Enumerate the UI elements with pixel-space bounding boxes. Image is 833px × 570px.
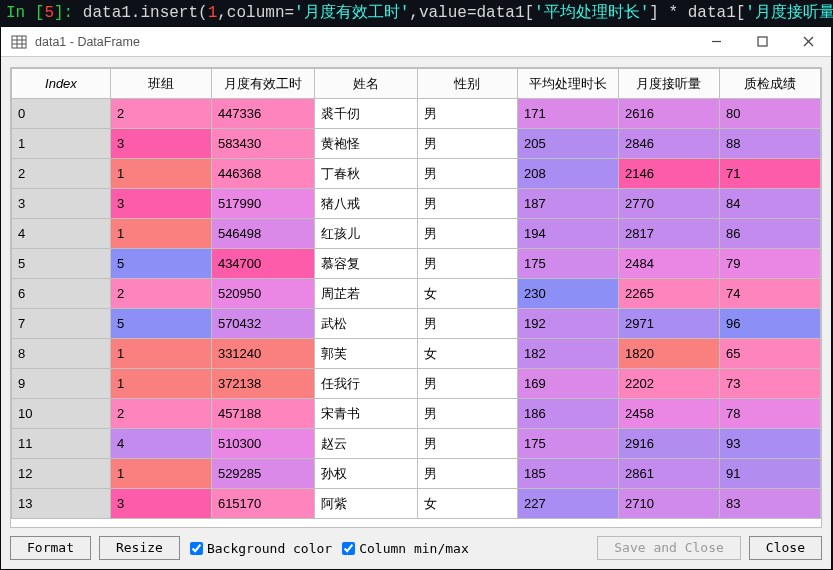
cell[interactable]: 阿紫	[314, 489, 417, 519]
resize-button[interactable]: Resize	[99, 536, 180, 560]
cell[interactable]: 2146	[618, 159, 719, 189]
row-index[interactable]: 3	[12, 189, 111, 219]
cell[interactable]: 男	[418, 309, 518, 339]
cell[interactable]: 红孩儿	[314, 219, 417, 249]
cell[interactable]: 猪八戒	[314, 189, 417, 219]
minimize-button[interactable]	[693, 27, 739, 57]
row-index[interactable]: 12	[12, 459, 111, 489]
cell[interactable]: 175	[517, 249, 618, 279]
cell[interactable]: 517990	[211, 189, 314, 219]
cell[interactable]: 615170	[211, 489, 314, 519]
cell[interactable]: 2971	[618, 309, 719, 339]
table-row[interactable]: 62520950周芷若女230226574	[12, 279, 821, 309]
table-row[interactable]: 81331240郭芙女182182065	[12, 339, 821, 369]
cell[interactable]: 2770	[618, 189, 719, 219]
cell[interactable]: 男	[418, 459, 518, 489]
cell[interactable]: 男	[418, 159, 518, 189]
cell[interactable]: 女	[418, 279, 518, 309]
save-and-close-button[interactable]: Save and Close	[597, 536, 741, 560]
table-row[interactable]: 55434700慕容复男175248479	[12, 249, 821, 279]
col-header[interactable]: 月度有效工时	[211, 69, 314, 99]
cell[interactable]: 2202	[618, 369, 719, 399]
cell[interactable]: 2	[110, 99, 211, 129]
col-header[interactable]: 班组	[110, 69, 211, 99]
cell[interactable]: 510300	[211, 429, 314, 459]
row-index[interactable]: 13	[12, 489, 111, 519]
cell[interactable]: 宋青书	[314, 399, 417, 429]
table-row[interactable]: 33517990猪八戒男187277084	[12, 189, 821, 219]
cell[interactable]: 男	[418, 399, 518, 429]
table-row[interactable]: 13583430黄袍怪男205284688	[12, 129, 821, 159]
cell[interactable]: 孙权	[314, 459, 417, 489]
cell[interactable]: 1	[110, 459, 211, 489]
cell[interactable]: 71	[719, 159, 820, 189]
table-row[interactable]: 41546498红孩儿男194281786	[12, 219, 821, 249]
cell[interactable]: 2817	[618, 219, 719, 249]
cell[interactable]: 5	[110, 309, 211, 339]
col-header[interactable]: 月度接听量	[618, 69, 719, 99]
cell[interactable]: 205	[517, 129, 618, 159]
cell[interactable]: 78	[719, 399, 820, 429]
column-minmax-checkbox[interactable]: Column min/max	[342, 541, 469, 556]
cell[interactable]: 2616	[618, 99, 719, 129]
table-row[interactable]: 114510300赵云男175291693	[12, 429, 821, 459]
cell[interactable]: 丁春秋	[314, 159, 417, 189]
table-row[interactable]: 121529285孙权男185286191	[12, 459, 821, 489]
cell[interactable]: 裘千仞	[314, 99, 417, 129]
cell[interactable]: 男	[418, 369, 518, 399]
cell[interactable]: 65	[719, 339, 820, 369]
cell[interactable]: 1	[110, 369, 211, 399]
cell[interactable]: 186	[517, 399, 618, 429]
table-row[interactable]: 91372138任我行男169220273	[12, 369, 821, 399]
col-header[interactable]: 姓名	[314, 69, 417, 99]
cell[interactable]: 529285	[211, 459, 314, 489]
cell[interactable]: 2916	[618, 429, 719, 459]
col-header-index[interactable]: Index	[12, 69, 111, 99]
table-row[interactable]: 75570432武松男192297196	[12, 309, 821, 339]
row-index[interactable]: 9	[12, 369, 111, 399]
cell[interactable]: 3	[110, 189, 211, 219]
cell[interactable]: 5	[110, 249, 211, 279]
cell[interactable]: 男	[418, 429, 518, 459]
column-minmax-input[interactable]	[342, 542, 355, 555]
cell[interactable]: 1	[110, 339, 211, 369]
cell[interactable]: 372138	[211, 369, 314, 399]
cell[interactable]: 546498	[211, 219, 314, 249]
cell[interactable]: 赵云	[314, 429, 417, 459]
cell[interactable]: 2458	[618, 399, 719, 429]
row-index[interactable]: 11	[12, 429, 111, 459]
table-row[interactable]: 02447336裘千仞男171261680	[12, 99, 821, 129]
row-index[interactable]: 1	[12, 129, 111, 159]
cell[interactable]: 93	[719, 429, 820, 459]
cell[interactable]: 187	[517, 189, 618, 219]
titlebar[interactable]: data1 - DataFrame	[1, 27, 831, 57]
cell[interactable]: 男	[418, 249, 518, 279]
cell[interactable]: 女	[418, 339, 518, 369]
cell[interactable]: 457188	[211, 399, 314, 429]
cell[interactable]: 女	[418, 489, 518, 519]
cell[interactable]: 4	[110, 429, 211, 459]
row-index[interactable]: 0	[12, 99, 111, 129]
cell[interactable]: 182	[517, 339, 618, 369]
row-index[interactable]: 7	[12, 309, 111, 339]
cell[interactable]: 208	[517, 159, 618, 189]
row-index[interactable]: 2	[12, 159, 111, 189]
cell[interactable]: 周芷若	[314, 279, 417, 309]
cell[interactable]: 80	[719, 99, 820, 129]
row-index[interactable]: 6	[12, 279, 111, 309]
cell[interactable]: 79	[719, 249, 820, 279]
header-row[interactable]: Index 班组 月度有效工时 姓名 性别 平均处理时长 月度接听量 质检成绩	[12, 69, 821, 99]
cell[interactable]: 2	[110, 399, 211, 429]
cell[interactable]: 74	[719, 279, 820, 309]
cell[interactable]: 任我行	[314, 369, 417, 399]
cell[interactable]: 2846	[618, 129, 719, 159]
cell[interactable]: 185	[517, 459, 618, 489]
cell[interactable]: 慕容复	[314, 249, 417, 279]
cell[interactable]: 192	[517, 309, 618, 339]
cell[interactable]: 2710	[618, 489, 719, 519]
cell[interactable]: 84	[719, 189, 820, 219]
cell[interactable]: 171	[517, 99, 618, 129]
format-button[interactable]: Format	[10, 536, 91, 560]
maximize-button[interactable]	[739, 27, 785, 57]
background-color-input[interactable]	[190, 542, 203, 555]
